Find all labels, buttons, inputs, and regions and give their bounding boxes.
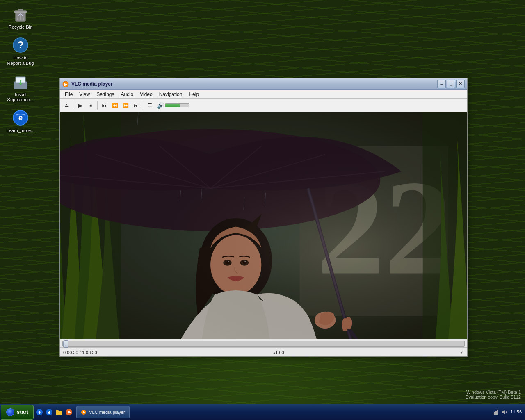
menu-video[interactable]: Video <box>137 90 155 98</box>
volume-fill <box>165 104 180 107</box>
menu-file[interactable]: File <box>62 90 76 98</box>
vlc-toolbar: ⏏ ▶ ■ ⏮ ⏪ ⏩ ⏭ ☰ 🔊 <box>60 99 467 112</box>
tray-volume-icon[interactable] <box>501 409 508 415</box>
start-label: start <box>17 409 28 415</box>
svg-text:e: e <box>38 410 41 415</box>
volume-bar[interactable] <box>165 103 189 107</box>
bug-report-label: How toReport a Bug <box>7 55 34 66</box>
windows-orb-icon <box>6 408 14 416</box>
svg-rect-11 <box>20 80 21 84</box>
taskbar-vlc-program[interactable]: VLC media player <box>76 406 129 418</box>
svg-line-3 <box>18 14 18 20</box>
vista-line1: Windows Vista (TM) Beta 1 <box>466 390 521 395</box>
desktop-icons: Recycle Bin ? How toReport a Bug <box>0 0 41 139</box>
recycle-bin-icon <box>12 6 29 23</box>
svg-rect-2 <box>18 9 23 11</box>
svg-text:?: ? <box>18 39 24 50</box>
vlc-window: ▶ VLC media player – □ ✕ File View Setti… <box>59 78 468 357</box>
menu-navigation[interactable]: Navigation <box>156 90 186 98</box>
system-clock[interactable]: 11:56 <box>510 409 522 415</box>
recycle-bin-label: Recycle Bin <box>9 25 32 30</box>
vlc-seekbar[interactable] <box>62 341 465 347</box>
taskbar-ie2-icon[interactable]: e <box>45 408 53 416</box>
taskbar-ie-icon[interactable]: e <box>35 408 43 416</box>
rewind-button[interactable]: ⏪ <box>110 100 120 110</box>
taskbar-media-icon[interactable] <box>65 408 73 416</box>
playlist-button[interactable]: ☰ <box>145 100 155 110</box>
prev-button[interactable]: ⏮ <box>99 100 109 110</box>
learn-more-icon: e <box>12 109 29 126</box>
vista-line2: Evaluation copy, Build 5112 <box>466 395 521 399</box>
start-button[interactable]: start <box>1 405 34 420</box>
taskbar: start e e <box>0 404 525 420</box>
vlc-statusbar: 0:00:30 / 1:03:30 x1.00 ⤢ <box>60 347 467 356</box>
vlc-title-text: VLC media player <box>71 81 437 87</box>
svg-rect-46 <box>60 112 467 339</box>
minimize-button[interactable]: – <box>437 80 446 88</box>
system-tray: 11:56 <box>490 404 525 420</box>
tray-network-icon[interactable] <box>493 409 500 415</box>
volume-icon[interactable]: 🔊 <box>157 102 164 109</box>
maximize-button[interactable]: □ <box>447 80 455 88</box>
toolbar-separator-3 <box>143 101 143 110</box>
tray-icons <box>493 409 508 415</box>
vlc-title-icon: ▶ <box>62 81 69 87</box>
svg-rect-56 <box>495 411 497 415</box>
status-total-time: 1:03:30 <box>82 350 97 355</box>
stop-button[interactable]: ■ <box>86 100 96 110</box>
forward-button[interactable]: ⏩ <box>121 100 130 110</box>
status-speed: x1.00 <box>273 350 284 355</box>
status-current-time: 0:00:30 <box>63 350 78 355</box>
desktop: Recycle Bin ? How toReport a Bug <box>0 0 525 420</box>
status-resize-icon: ⤢ <box>460 349 464 355</box>
eject-button[interactable]: ⏏ <box>62 100 71 110</box>
svg-text:▶: ▶ <box>64 82 68 87</box>
close-button[interactable]: ✕ <box>456 80 465 88</box>
desktop-icon-learn-more[interactable]: e Learn_more... <box>4 107 37 135</box>
toolbar-separator-1 <box>73 101 73 110</box>
bug-report-icon: ? <box>12 37 29 54</box>
taskbar-programs: VLC media player <box>75 404 490 420</box>
taskbar-folder-icon[interactable] <box>55 408 63 416</box>
play-button[interactable]: ▶ <box>75 100 85 110</box>
desktop-icon-recycle-bin[interactable]: Recycle Bin <box>4 4 37 32</box>
svg-rect-55 <box>494 412 495 415</box>
volume-control: 🔊 <box>157 102 189 109</box>
learn-more-label: Learn_more... <box>7 128 34 133</box>
menu-view[interactable]: View <box>76 90 93 98</box>
install-label: Install Supplemen... <box>6 92 35 103</box>
toolbar-separator-2 <box>97 101 98 110</box>
menu-settings[interactable]: Settings <box>93 90 117 98</box>
vlc-seekbar-area <box>60 339 467 347</box>
desktop-icon-bug-report[interactable]: ? How toReport a Bug <box>4 35 37 68</box>
vlc-video-area[interactable]: 22 <box>60 112 467 339</box>
vlc-menubar: File View Settings Audio Video Navigatio… <box>60 90 467 99</box>
menu-help[interactable]: Help <box>185 90 202 98</box>
next-button[interactable]: ⏭ <box>131 100 141 110</box>
menu-audio[interactable]: Audio <box>118 90 137 98</box>
status-time: 0:00:30 / 1:03:30 <box>63 350 97 355</box>
desktop-icon-install[interactable]: Install Supplemen... <box>4 71 37 104</box>
svg-text:e: e <box>48 410 50 415</box>
svg-text:e: e <box>18 114 23 122</box>
vista-build-info: Windows Vista (TM) Beta 1 Evaluation cop… <box>466 390 521 399</box>
vlc-titlebar: ▶ VLC media player – □ ✕ <box>60 78 467 90</box>
svg-line-5 <box>23 14 23 20</box>
taskbar-vlc-label: VLC media player <box>89 410 125 415</box>
install-icon <box>12 73 29 90</box>
vlc-window-controls: – □ ✕ <box>437 80 465 88</box>
svg-rect-57 <box>497 410 498 415</box>
taskbar-quick-launch: e e <box>34 404 75 420</box>
seekbar-thumb[interactable] <box>64 340 68 348</box>
